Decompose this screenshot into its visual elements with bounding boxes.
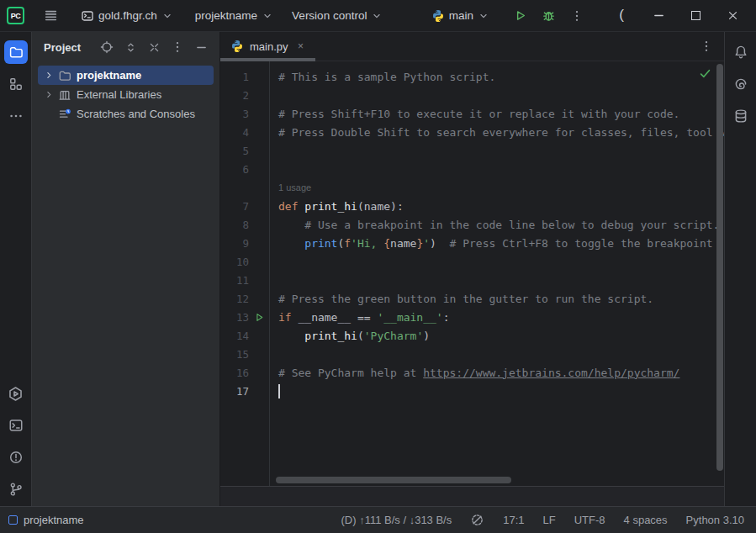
code-line-4: 4# Press Double Shift to search everywhe… (220, 123, 724, 141)
tree-item-projektname[interactable]: projektname (38, 66, 214, 85)
more-icon (8, 108, 24, 124)
code-line-text: # Press Shift+F10 to execute it or repla… (269, 108, 724, 120)
close-icon (727, 9, 739, 22)
code-lines: 1# This is a sample Python script.23# Pr… (220, 61, 724, 400)
toolwindow-ai-assistant-button[interactable] (729, 72, 753, 96)
line-number: 3 (220, 108, 249, 120)
toolwindow-services-button[interactable] (4, 382, 28, 405)
tab-close-icon[interactable]: × (294, 40, 308, 53)
run-configuration-widget[interactable]: main (424, 3, 497, 29)
code-line-8: 8 # Use a breakpoint in the code line be… (220, 215, 724, 234)
ai-icon (733, 77, 748, 92)
toolwindow-structure-button[interactable] (4, 72, 28, 96)
git-branch-icon (8, 482, 24, 497)
minus-icon (195, 41, 208, 54)
project-module-icon (8, 515, 18, 525)
toolwindow-project-folder-button[interactable] (4, 40, 28, 64)
editor-gutter: 9 (220, 234, 269, 252)
toolwindow-database-button[interactable] (729, 104, 753, 128)
remote-host-label: gold.fhgr.ch (98, 9, 157, 22)
usages-inlay-hint[interactable]: 1 usage (269, 182, 311, 193)
file-encoding[interactable]: UTF-8 (574, 514, 605, 526)
tree-item-external-libraries[interactable]: External Libraries (38, 85, 214, 104)
caret-position[interactable]: 17:1 (503, 514, 524, 526)
code-editor[interactable]: 1# This is a sample Python script.23# Pr… (220, 61, 724, 486)
project-widget[interactable]: projektname (188, 3, 281, 29)
editor-gutter: 17 (220, 382, 269, 400)
python-interpreter[interactable]: Python 3.10 (686, 514, 744, 526)
editor-gutter: 10 (220, 252, 269, 271)
select-opened-file-button[interactable] (97, 37, 117, 57)
project-tree: projektnameExternal LibrariesScratches a… (32, 62, 219, 124)
line-number: 8 (220, 219, 249, 231)
code-line-text: # This is a sample Python script. (269, 71, 724, 83)
toolwindow-terminal-button[interactable] (4, 414, 28, 437)
toolwindow-version-control-button[interactable] (4, 478, 28, 501)
tab-label: main.py (250, 40, 288, 53)
hide-panel-button[interactable] (191, 37, 211, 57)
titlebar-right: main ( (424, 0, 756, 31)
debug-button[interactable] (534, 3, 563, 29)
vcs-widget[interactable]: Version control (284, 3, 390, 29)
more-actions-button[interactable] (563, 3, 591, 29)
tree-item-scratches-and-consoles[interactable]: Scratches and Consoles (38, 104, 214, 124)
chevron-down-icon (371, 10, 383, 22)
pycharm-window: PC gold.fhgr.ch projektname Version cont… (0, 0, 756, 533)
inspections-widget[interactable] (470, 513, 484, 527)
chevron-right-icon[interactable] (41, 89, 56, 100)
caret-position-label: 17:1 (503, 514, 524, 526)
remote-host-widget[interactable]: gold.fhgr.ch (73, 3, 181, 29)
horizontal-scrollbar[interactable] (276, 477, 511, 483)
run-line-icon[interactable] (249, 312, 269, 323)
collapse-all-button[interactable] (144, 37, 164, 57)
status-bar: projektname (D) ↑111 B/s / ↓313 B/s17:1L… (0, 506, 756, 533)
code-line-15: 15 (220, 345, 724, 363)
code-line-6: 6 (220, 160, 724, 178)
main-menu-button[interactable] (36, 3, 65, 29)
inspections-ok-icon[interactable] (698, 66, 712, 81)
tab-options-button[interactable] (695, 35, 717, 57)
project-toolwindow: Project projektnameExternal LibrariesScr… (32, 32, 220, 506)
line-separator-label: LF (543, 514, 556, 526)
tab-main-py[interactable]: main.py × (220, 32, 316, 61)
run-button[interactable] (505, 3, 534, 29)
line-number: 4 (220, 126, 249, 139)
toolwindow-problems-button[interactable] (4, 446, 28, 469)
left-stripe-top (4, 32, 28, 128)
line-separator[interactable]: LF (543, 514, 556, 526)
toolwindow-more-tool-windows-button[interactable] (4, 104, 28, 128)
python-interpreter-label: Python 3.10 (686, 514, 744, 526)
vertical-scrollbar[interactable] (716, 64, 723, 471)
line-number: 11 (220, 274, 249, 287)
toolwindow-notifications-button[interactable] (729, 40, 753, 64)
code-line-text: # Press Double Shift to search everywher… (269, 126, 724, 139)
right-stripe-top (729, 32, 753, 128)
editor-gutter: 8 (220, 215, 269, 234)
line-number: 5 (220, 145, 249, 157)
collapse-icon (148, 41, 161, 54)
maximize-button[interactable] (677, 2, 714, 30)
window-theme-button[interactable]: ( (603, 2, 640, 30)
status-project-widget[interactable]: projektname (0, 514, 84, 526)
bell-icon (733, 45, 748, 60)
code-line-text: def print_hi(name): (269, 200, 724, 213)
code-line-17: 17 (220, 382, 724, 400)
editor-gutter: 1 (220, 67, 269, 86)
kebab-menu-icon (570, 9, 584, 23)
problems-icon (8, 450, 24, 465)
code-line-1: 1# This is a sample Python script. (220, 67, 724, 86)
minimize-button[interactable] (640, 2, 677, 30)
expand-collapse-button[interactable] (120, 37, 140, 57)
network-stats-label: (D) ↑111 B/s / ↓313 B/s (341, 514, 452, 526)
right-toolwindow-stripe (724, 32, 756, 506)
titlebar-left: PC gold.fhgr.ch projektname Version cont… (0, 0, 390, 31)
close-button[interactable] (714, 2, 751, 30)
panel-options-button[interactable] (167, 37, 188, 57)
network-stats[interactable]: (D) ↑111 B/s / ↓313 B/s (341, 514, 452, 526)
code-line-12: 12# Press the green button in the gutter… (220, 289, 724, 308)
indent-style[interactable]: 4 spaces (624, 514, 668, 526)
usages-inlay-row: 1 usage (220, 178, 724, 197)
chevron-right-icon[interactable] (41, 70, 56, 81)
left-stripe-bottom (4, 373, 28, 501)
gutter-separator (269, 61, 270, 486)
